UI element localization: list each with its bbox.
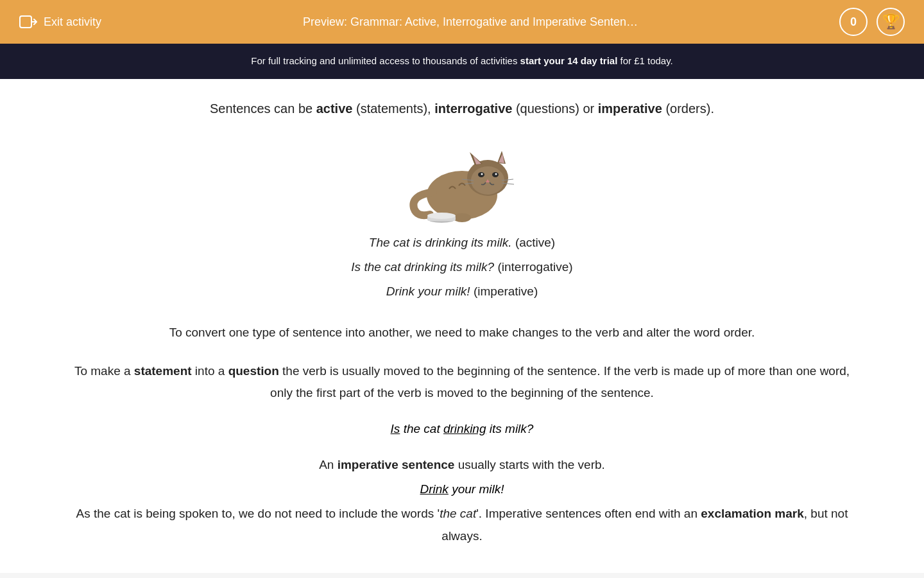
svg-point-10 (481, 173, 483, 175)
example-line-3: Drink your milk! (imperative) (64, 279, 860, 304)
promo-banner: For full tracking and unlimited access t… (0, 44, 924, 79)
drink-underline: Drink (420, 482, 449, 496)
example-interrogative-italic: Is the cat drinking its milk? (351, 260, 494, 274)
cat-image-container (64, 134, 860, 224)
imperative-bold: imperative (598, 101, 662, 116)
question-bold: question (228, 364, 279, 378)
exit-icon (19, 13, 37, 31)
example-line-2: Is the cat drinking its milk? (interroga… (64, 255, 860, 279)
imperative-rest: your milk! (452, 482, 504, 496)
exit-activity-button[interactable]: Exit activity (19, 13, 101, 31)
example-end: its milk? (490, 422, 534, 435)
activity-title: Preview: Grammar: Active, Interrogative … (101, 15, 839, 29)
example-line-1: The cat is drinking its milk. (active) (64, 231, 860, 255)
question-example: Is the cat drinking its milk? (64, 422, 860, 436)
cat-image (398, 134, 526, 224)
main-content: Sentences can be active (statements), in… (0, 79, 924, 573)
example-interrogative-label: (interrogative) (497, 260, 572, 274)
trophy-icon[interactable]: 🏆 (877, 8, 905, 36)
example-active-label: (active) (515, 236, 555, 249)
score-badge: 0 (839, 8, 868, 36)
convert-paragraph: To convert one type of sentence into ano… (64, 323, 860, 342)
statement-bold: statement (134, 364, 192, 378)
is-underline: Is (391, 422, 400, 435)
imperative-sentence-bold: imperative sentence (338, 458, 455, 471)
the-cat-italic: the cat (440, 507, 476, 520)
example-active-italic: The cat is drinking its milk. (369, 236, 512, 249)
exit-label: Exit activity (44, 15, 101, 29)
drinking-underline: drinking (443, 422, 486, 435)
svg-point-11 (495, 173, 497, 175)
example-middle: the cat (404, 422, 443, 435)
interrogative-bold: interrogative (434, 101, 512, 116)
example-imperative-label: (imperative) (474, 285, 538, 298)
examples-block: The cat is drinking its milk. (active) I… (64, 231, 860, 304)
imperative-paragraph: An imperative sentence usually starts wi… (64, 454, 860, 476)
spoken-to-paragraph: As the cat is being spoken to, we do not… (64, 503, 860, 547)
svg-point-21 (427, 213, 456, 219)
banner-text-before: For full tracking and unlimited access t… (251, 55, 520, 66)
statement-paragraph: To make a statement into a question the … (64, 360, 860, 404)
svg-rect-0 (20, 16, 31, 28)
imperative-example-sentence: Drink your milk! (64, 482, 860, 496)
banner-text-after: for £1 today. (617, 55, 672, 66)
header: Exit activity Preview: Grammar: Active, … (0, 0, 924, 44)
exclamation-mark-bold: exclamation mark (701, 507, 804, 520)
svg-point-18 (453, 213, 471, 222)
banner-cta: start your 14 day trial (520, 55, 618, 66)
header-actions: 0 🏆 (839, 8, 905, 36)
active-bold: active (316, 101, 353, 116)
intro-paragraph: Sentences can be active (statements), in… (64, 98, 860, 119)
example-imperative-italic: Drink your milk! (386, 285, 470, 298)
